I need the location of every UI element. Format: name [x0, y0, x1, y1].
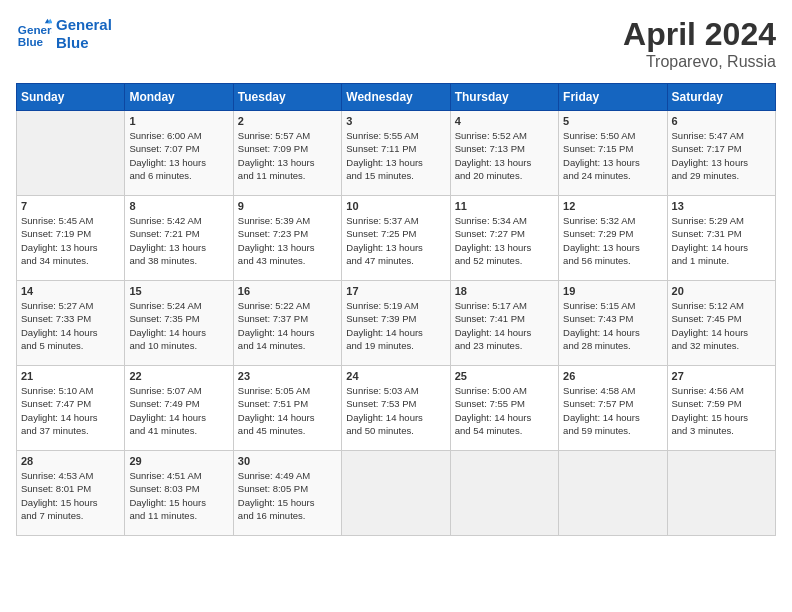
- cell-content: Sunrise: 5:52 AM Sunset: 7:13 PM Dayligh…: [455, 129, 554, 182]
- cell-content: Sunrise: 5:42 AM Sunset: 7:21 PM Dayligh…: [129, 214, 228, 267]
- calendar-cell: [667, 451, 775, 536]
- day-number: 27: [672, 370, 771, 382]
- cell-content: Sunrise: 6:00 AM Sunset: 7:07 PM Dayligh…: [129, 129, 228, 182]
- calendar-cell: 13Sunrise: 5:29 AM Sunset: 7:31 PM Dayli…: [667, 196, 775, 281]
- day-number: 6: [672, 115, 771, 127]
- cell-content: Sunrise: 5:00 AM Sunset: 7:55 PM Dayligh…: [455, 384, 554, 437]
- day-number: 13: [672, 200, 771, 212]
- logo-icon: General Blue: [16, 16, 52, 52]
- cell-content: Sunrise: 5:24 AM Sunset: 7:35 PM Dayligh…: [129, 299, 228, 352]
- calendar-week-row: 1Sunrise: 6:00 AM Sunset: 7:07 PM Daylig…: [17, 111, 776, 196]
- calendar-cell: 8Sunrise: 5:42 AM Sunset: 7:21 PM Daylig…: [125, 196, 233, 281]
- cell-content: Sunrise: 5:50 AM Sunset: 7:15 PM Dayligh…: [563, 129, 662, 182]
- day-number: 22: [129, 370, 228, 382]
- weekday-header: Wednesday: [342, 84, 450, 111]
- day-number: 26: [563, 370, 662, 382]
- logo-text: General Blue: [56, 16, 112, 52]
- cell-content: Sunrise: 5:34 AM Sunset: 7:27 PM Dayligh…: [455, 214, 554, 267]
- cell-content: Sunrise: 5:05 AM Sunset: 7:51 PM Dayligh…: [238, 384, 337, 437]
- cell-content: Sunrise: 5:39 AM Sunset: 7:23 PM Dayligh…: [238, 214, 337, 267]
- day-number: 20: [672, 285, 771, 297]
- calendar-cell: [17, 111, 125, 196]
- cell-content: Sunrise: 5:17 AM Sunset: 7:41 PM Dayligh…: [455, 299, 554, 352]
- svg-text:Blue: Blue: [18, 35, 44, 48]
- weekday-header: Tuesday: [233, 84, 341, 111]
- day-number: 9: [238, 200, 337, 212]
- weekday-header: Thursday: [450, 84, 558, 111]
- calendar-cell: 10Sunrise: 5:37 AM Sunset: 7:25 PM Dayli…: [342, 196, 450, 281]
- calendar-body: 1Sunrise: 6:00 AM Sunset: 7:07 PM Daylig…: [17, 111, 776, 536]
- calendar-cell: [342, 451, 450, 536]
- weekday-header: Saturday: [667, 84, 775, 111]
- calendar-cell: 1Sunrise: 6:00 AM Sunset: 7:07 PM Daylig…: [125, 111, 233, 196]
- calendar-cell: 18Sunrise: 5:17 AM Sunset: 7:41 PM Dayli…: [450, 281, 558, 366]
- calendar-cell: 2Sunrise: 5:57 AM Sunset: 7:09 PM Daylig…: [233, 111, 341, 196]
- cell-content: Sunrise: 5:07 AM Sunset: 7:49 PM Dayligh…: [129, 384, 228, 437]
- calendar-header: SundayMondayTuesdayWednesdayThursdayFrid…: [17, 84, 776, 111]
- month-title: April 2024: [623, 16, 776, 53]
- cell-content: Sunrise: 5:15 AM Sunset: 7:43 PM Dayligh…: [563, 299, 662, 352]
- cell-content: Sunrise: 4:58 AM Sunset: 7:57 PM Dayligh…: [563, 384, 662, 437]
- cell-content: Sunrise: 5:37 AM Sunset: 7:25 PM Dayligh…: [346, 214, 445, 267]
- day-number: 11: [455, 200, 554, 212]
- page-header: General Blue General Blue April 2024 Tro…: [16, 16, 776, 71]
- calendar-cell: 27Sunrise: 4:56 AM Sunset: 7:59 PM Dayli…: [667, 366, 775, 451]
- day-number: 8: [129, 200, 228, 212]
- day-number: 21: [21, 370, 120, 382]
- day-number: 7: [21, 200, 120, 212]
- calendar-week-row: 7Sunrise: 5:45 AM Sunset: 7:19 PM Daylig…: [17, 196, 776, 281]
- day-number: 29: [129, 455, 228, 467]
- calendar-cell: 17Sunrise: 5:19 AM Sunset: 7:39 PM Dayli…: [342, 281, 450, 366]
- calendar-cell: 9Sunrise: 5:39 AM Sunset: 7:23 PM Daylig…: [233, 196, 341, 281]
- cell-content: Sunrise: 5:32 AM Sunset: 7:29 PM Dayligh…: [563, 214, 662, 267]
- calendar-cell: 6Sunrise: 5:47 AM Sunset: 7:17 PM Daylig…: [667, 111, 775, 196]
- day-number: 19: [563, 285, 662, 297]
- calendar-week-row: 14Sunrise: 5:27 AM Sunset: 7:33 PM Dayli…: [17, 281, 776, 366]
- cell-content: Sunrise: 5:55 AM Sunset: 7:11 PM Dayligh…: [346, 129, 445, 182]
- calendar-cell: 5Sunrise: 5:50 AM Sunset: 7:15 PM Daylig…: [559, 111, 667, 196]
- header-row: SundayMondayTuesdayWednesdayThursdayFrid…: [17, 84, 776, 111]
- logo: General Blue General Blue: [16, 16, 112, 52]
- day-number: 24: [346, 370, 445, 382]
- cell-content: Sunrise: 5:12 AM Sunset: 7:45 PM Dayligh…: [672, 299, 771, 352]
- day-number: 1: [129, 115, 228, 127]
- day-number: 17: [346, 285, 445, 297]
- calendar-cell: 26Sunrise: 4:58 AM Sunset: 7:57 PM Dayli…: [559, 366, 667, 451]
- day-number: 16: [238, 285, 337, 297]
- day-number: 14: [21, 285, 120, 297]
- calendar-cell: 7Sunrise: 5:45 AM Sunset: 7:19 PM Daylig…: [17, 196, 125, 281]
- calendar-table: SundayMondayTuesdayWednesdayThursdayFrid…: [16, 83, 776, 536]
- day-number: 10: [346, 200, 445, 212]
- cell-content: Sunrise: 5:47 AM Sunset: 7:17 PM Dayligh…: [672, 129, 771, 182]
- cell-content: Sunrise: 4:51 AM Sunset: 8:03 PM Dayligh…: [129, 469, 228, 522]
- calendar-cell: 28Sunrise: 4:53 AM Sunset: 8:01 PM Dayli…: [17, 451, 125, 536]
- day-number: 23: [238, 370, 337, 382]
- day-number: 18: [455, 285, 554, 297]
- calendar-cell: 14Sunrise: 5:27 AM Sunset: 7:33 PM Dayli…: [17, 281, 125, 366]
- day-number: 3: [346, 115, 445, 127]
- calendar-cell: 12Sunrise: 5:32 AM Sunset: 7:29 PM Dayli…: [559, 196, 667, 281]
- cell-content: Sunrise: 5:22 AM Sunset: 7:37 PM Dayligh…: [238, 299, 337, 352]
- calendar-cell: 30Sunrise: 4:49 AM Sunset: 8:05 PM Dayli…: [233, 451, 341, 536]
- weekday-header: Friday: [559, 84, 667, 111]
- calendar-cell: 15Sunrise: 5:24 AM Sunset: 7:35 PM Dayli…: [125, 281, 233, 366]
- calendar-cell: [559, 451, 667, 536]
- cell-content: Sunrise: 4:53 AM Sunset: 8:01 PM Dayligh…: [21, 469, 120, 522]
- calendar-cell: 21Sunrise: 5:10 AM Sunset: 7:47 PM Dayli…: [17, 366, 125, 451]
- day-number: 4: [455, 115, 554, 127]
- day-number: 30: [238, 455, 337, 467]
- calendar-cell: 3Sunrise: 5:55 AM Sunset: 7:11 PM Daylig…: [342, 111, 450, 196]
- calendar-week-row: 28Sunrise: 4:53 AM Sunset: 8:01 PM Dayli…: [17, 451, 776, 536]
- calendar-cell: 4Sunrise: 5:52 AM Sunset: 7:13 PM Daylig…: [450, 111, 558, 196]
- calendar-cell: 23Sunrise: 5:05 AM Sunset: 7:51 PM Dayli…: [233, 366, 341, 451]
- day-number: 5: [563, 115, 662, 127]
- cell-content: Sunrise: 5:10 AM Sunset: 7:47 PM Dayligh…: [21, 384, 120, 437]
- calendar-cell: 11Sunrise: 5:34 AM Sunset: 7:27 PM Dayli…: [450, 196, 558, 281]
- cell-content: Sunrise: 5:45 AM Sunset: 7:19 PM Dayligh…: [21, 214, 120, 267]
- cell-content: Sunrise: 4:56 AM Sunset: 7:59 PM Dayligh…: [672, 384, 771, 437]
- cell-content: Sunrise: 5:03 AM Sunset: 7:53 PM Dayligh…: [346, 384, 445, 437]
- weekday-header: Monday: [125, 84, 233, 111]
- cell-content: Sunrise: 5:27 AM Sunset: 7:33 PM Dayligh…: [21, 299, 120, 352]
- title-block: April 2024 Troparevo, Russia: [623, 16, 776, 71]
- calendar-week-row: 21Sunrise: 5:10 AM Sunset: 7:47 PM Dayli…: [17, 366, 776, 451]
